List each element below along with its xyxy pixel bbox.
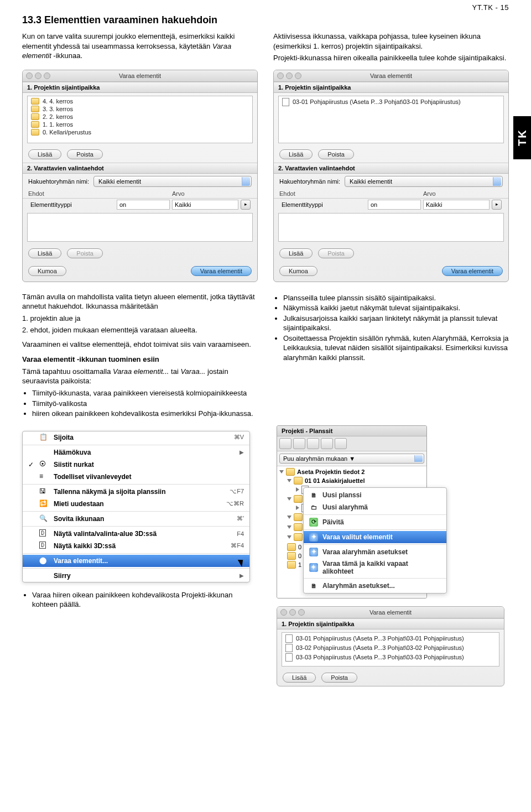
folder-icon [294,477,303,485]
toolbar-button[interactable] [307,438,319,449]
zoom-icon[interactable] [295,72,301,79]
minimize-icon[interactable] [35,72,41,79]
dialog-titlebar[interactable]: Varaa elementit [274,70,508,82]
list-item[interactable]: 3. 3. kerros [28,105,252,113]
bullet-list: Tiimityö-ikkunasta, varaa painikkeen vie… [22,388,258,419]
toolbar-button[interactable] [321,438,333,449]
list-item[interactable]: 03-01 Pohjapiirustus (\Aseta P...3 Pohja… [279,97,503,107]
tree-context-submenu: 🗎Uusi planssi 🗀Uusi alaryhmä ⟳Päivitä ✦V… [303,487,447,594]
list-item[interactable]: 2. 2. kerros [28,113,252,121]
disclosure-icon[interactable] [296,506,299,510]
menu-item-sovita-ikkunaan[interactable]: 🔍Sovita ikkunaan⌘' [23,513,249,525]
menu-item-viivanleveydet[interactable]: ≡Todelliset viivanleveydet [23,471,249,483]
dialog-titlebar[interactable]: Varaa elementit [277,607,504,618]
zoom-icon[interactable] [298,609,305,616]
reserve-elements-dialog-b: Varaa elementit 1. Projektin sijaintipai… [273,70,509,282]
menu-item-haamokuva[interactable]: Häämökuva▶ [23,446,249,459]
disclosure-icon[interactable] [287,479,291,482]
disclosure-icon[interactable] [287,516,291,519]
document-icon [285,644,293,652]
submenu-item-uusi-alaryhma[interactable]: 🗀Uusi alaryhmä [304,501,446,513]
folder-icon [287,552,296,560]
window-controls[interactable] [280,609,305,616]
criteria-operator[interactable]: on [117,200,170,210]
minimize-icon[interactable] [289,609,296,616]
cancel-button[interactable]: Kumoa [28,266,66,276]
document-icon: 🗎 [309,491,318,499]
window-controls[interactable] [26,72,50,79]
location-list[interactable]: 4. 4. kerros 3. 3. kerros 2. 2. kerros 1… [27,96,253,143]
list-item[interactable]: 1. 1. kerros [28,121,252,128]
group-name-select[interactable]: Kaikki elementit [345,176,503,187]
zoom-icon[interactable] [44,72,50,79]
list-item[interactable]: 0. Kellari/perustus [28,128,252,136]
criteria-row[interactable]: Elementtityyppi on Kaikki ▸ [274,199,508,211]
disclosure-icon[interactable] [287,497,291,501]
disclosure-icon[interactable] [279,470,284,473]
submenu-item-paivita[interactable]: ⟳Päivitä [304,516,446,528]
tree-sort-select[interactable]: Puu alaryhmän mukaan ▼ [279,454,424,464]
close-icon[interactable] [277,72,284,79]
criteria-row[interactable]: Elementtityyppi on Kaikki ▸ [23,199,257,211]
bullet-list: Varaa hiiren oikean painikkeen kohdevali… [22,590,260,610]
cancel-button[interactable]: Kumoa [279,266,317,276]
remove-button[interactable]: Poista [321,673,357,683]
reserve-icon: ⬤ [39,556,48,565]
add-button[interactable]: Lisää [28,149,61,159]
list-item[interactable]: 03-01 Pohjapiirustus (\Aseta P...3 Pohja… [282,634,499,643]
separator [304,578,446,579]
group-name-select[interactable]: Kaikki elementit [93,176,252,187]
tree-row[interactable]: 01 01 Asiakirjaluettel [277,476,426,485]
location-list[interactable]: 03-01 Pohjapiirustus (\Aseta P...3 Pohja… [278,96,504,143]
menu-item-siirry[interactable]: Siirry▶ [23,570,249,582]
remove-button[interactable]: Poista [67,149,103,159]
add-criteria-button[interactable]: Lisää [28,248,61,258]
dialog-titlebar[interactable]: Varaa elementit [23,70,257,82]
remove-button[interactable]: Poista [318,149,354,159]
add-button[interactable]: Lisää [279,149,313,159]
menu-item-nayta-kaikki-3d[interactable]: 🄳Näytä kaikki 3D:ssä⌘F4 [23,540,249,552]
close-icon[interactable] [280,609,287,616]
window-controls[interactable] [277,72,301,79]
minimize-icon[interactable] [286,72,293,79]
close-icon[interactable] [26,72,33,79]
disclosure-icon[interactable] [287,535,291,539]
criteria-value[interactable]: Kaikki [172,200,238,210]
remove-criteria-button: Poista [318,248,354,258]
folder-icon: 🗀 [309,503,318,512]
criteria-more-button[interactable]: ▸ [241,200,251,210]
submenu-item-uusi-planssi[interactable]: 🗎Uusi planssi [304,489,446,501]
disclosure-icon[interactable] [287,525,291,529]
toolbar-button[interactable] [335,438,347,449]
toolbar-button[interactable] [279,438,291,449]
disclosure-icon[interactable] [296,487,299,492]
criteria-more-button[interactable]: ▸ [492,200,502,210]
list-item[interactable]: 03-02 Pohjapiirustus (\Aseta P...3 Pohja… [282,643,499,653]
menu-item-sijoita[interactable]: 📋Sijoita⌘V [23,431,249,444]
toolbar-button[interactable] [293,438,305,449]
location-list[interactable]: 03-01 Pohjapiirustus (\Aseta P...3 Pohja… [282,632,499,667]
submenu-item-varaa-valitut[interactable]: ✦Varaa valitut elementit [304,531,446,543]
section-1-header: 1. Projektin sijaintipaikka [277,618,504,629]
submenu-item-alaryhman-asetukset[interactable]: 🗎Alaryhmän asetukset... [304,580,446,592]
criteria-operator[interactable]: on [368,200,421,210]
reserve-button[interactable]: Varaa elementit [442,266,503,276]
reserve-button[interactable]: Varaa elementit [191,266,252,276]
list-item[interactable]: 4. 4. kerros [28,97,252,105]
menu-item-varaa-elementit[interactable]: ⬤Varaa elementit... [23,555,249,567]
menu-item-siistit-nurkat[interactable]: ✓⦿Siistit nurkat [23,459,249,471]
submenu-item-varaa-tama[interactable]: ✦Varaa tämä ja kaikki vapaat alikohteet [304,558,446,577]
save-view-icon: 🖫 [39,487,48,496]
tree-row[interactable]: Aseta Projektin tiedot 2 [277,467,426,476]
add-criteria-button[interactable]: Lisää [279,248,313,258]
submenu-item-varaa-alaryhman[interactable]: ✦Varaa alaryhmän asetukset [304,546,446,558]
add-button[interactable]: Lisää [283,673,316,683]
folder-icon [294,523,303,531]
criteria-value[interactable]: Kaikki [423,200,490,210]
list-item[interactable]: 03-03 Pohjapiirustus (\Aseta P...3 Pohja… [282,653,499,662]
menu-item-tallenna-nakyma[interactable]: 🖫Tallenna näkymä ja sijoita planssiin⌥F7 [23,486,249,498]
rethink-icon: 🔁 [39,499,48,508]
menu-item-mieti-uudestaan[interactable]: 🔁Mieti uudestaan⌥⌘R [23,498,249,510]
menu-item-nayta-valinta-3d[interactable]: 🄳Näytä valinta/valinta-alue 3D:ssäF4 [23,528,249,540]
place-icon: 📋 [39,433,48,442]
